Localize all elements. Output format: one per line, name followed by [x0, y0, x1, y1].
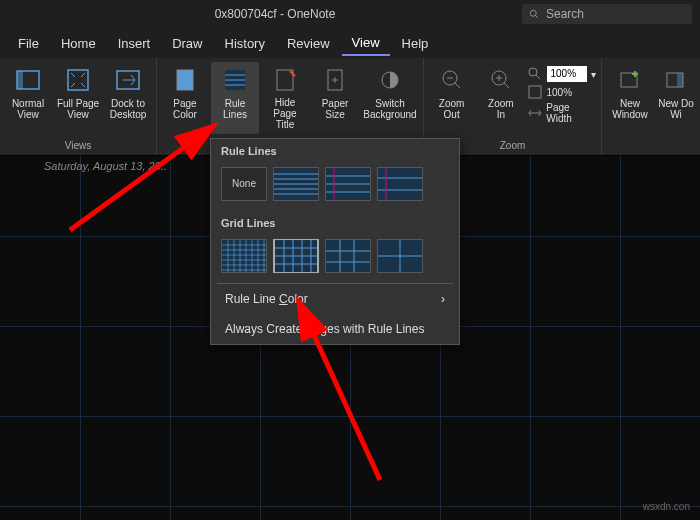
- grid-lines-section-label: Grid Lines: [211, 211, 459, 235]
- search-icon: [528, 8, 540, 20]
- dock-button[interactable]: Dock to Desktop: [104, 62, 152, 134]
- menubar: File Home Insert Draw History Review Vie…: [0, 28, 700, 58]
- grid-medium-swatch[interactable]: [273, 239, 319, 273]
- new-window-button[interactable]: New Window: [606, 62, 654, 134]
- ribbon-group-views: Normal View Full Page View Dock to Deskt…: [0, 58, 157, 155]
- new-window-icon: [616, 66, 644, 94]
- paper-size-button[interactable]: Paper Size: [311, 62, 359, 134]
- dock-icon: [114, 66, 142, 94]
- page-width-icon: [527, 105, 543, 121]
- svg-rect-34: [326, 240, 370, 272]
- svg-point-0: [530, 10, 536, 16]
- rule-line-color-item[interactable]: Rule Line Color ›: [211, 284, 459, 314]
- page-color-icon: [171, 66, 199, 94]
- rule-lines-icon: [221, 66, 249, 94]
- search-box[interactable]: Search: [522, 4, 692, 24]
- svg-rect-16: [677, 73, 683, 87]
- zoom-in-icon: [487, 66, 515, 94]
- tab-home[interactable]: Home: [51, 32, 106, 55]
- new-docked-icon: [662, 66, 690, 94]
- tab-file[interactable]: File: [8, 32, 49, 55]
- chevron-right-icon: ›: [441, 292, 445, 306]
- hide-title-button[interactable]: Hide Page Title: [261, 62, 309, 134]
- svg-rect-13: [529, 86, 541, 98]
- rule-lines-popup: Rule Lines None Grid Lines Rule Line Col…: [210, 138, 460, 345]
- rule-lines-button[interactable]: Rule Lines: [211, 62, 259, 134]
- chevron-down-icon[interactable]: ▾: [591, 69, 596, 80]
- hide-title-icon: [271, 66, 299, 93]
- tab-draw[interactable]: Draw: [162, 32, 212, 55]
- zoom-out-icon: [438, 66, 466, 94]
- paper-size-icon: [321, 66, 349, 94]
- zoom-percent-icon: [527, 66, 543, 82]
- grid-large-swatch[interactable]: [325, 239, 371, 273]
- rule-none-swatch[interactable]: None: [221, 167, 267, 201]
- tab-help[interactable]: Help: [392, 32, 439, 55]
- svg-point-12: [529, 68, 537, 76]
- normal-view-icon: [14, 66, 42, 94]
- page-date: Saturday, August 13, 20..: [44, 160, 167, 172]
- grid-xlarge-swatch[interactable]: [377, 239, 423, 273]
- rule-college-swatch[interactable]: [325, 167, 371, 201]
- rule-narrow-swatch[interactable]: [273, 167, 319, 201]
- tab-review[interactable]: Review: [277, 32, 340, 55]
- zoom-100-icon: [527, 84, 543, 100]
- tab-insert[interactable]: Insert: [108, 32, 161, 55]
- normal-view-button[interactable]: Normal View: [4, 62, 52, 134]
- page-color-button[interactable]: Page Color: [161, 62, 209, 134]
- rule-lines-section-label: Rule Lines: [211, 139, 459, 163]
- new-docked-button[interactable]: New Do Wi: [656, 62, 696, 134]
- page-width-button[interactable]: Page Width: [527, 102, 597, 124]
- switch-bg-icon: [376, 66, 404, 94]
- zoom-in-button[interactable]: Zoom In: [477, 62, 524, 134]
- tab-view[interactable]: View: [342, 31, 390, 56]
- fullpage-view-icon: [64, 66, 92, 94]
- switch-background-button[interactable]: Switch Background: [361, 62, 419, 134]
- grid-small-swatch[interactable]: [221, 239, 267, 273]
- zoom-100-button[interactable]: 100%: [527, 84, 597, 100]
- views-group-label: Views: [0, 138, 156, 153]
- zoom-out-button[interactable]: Zoom Out: [428, 62, 475, 134]
- svg-rect-28: [378, 168, 422, 200]
- fullpage-view-button[interactable]: Full Page View: [54, 62, 102, 134]
- zoom-percent-row[interactable]: 100% ▾: [527, 66, 597, 82]
- svg-rect-5: [177, 70, 193, 90]
- titlebar: 0x800704cf - OneNote Search: [0, 0, 700, 28]
- svg-rect-2: [17, 71, 23, 89]
- always-create-item[interactable]: Always Create Pages with Rule Lines: [211, 314, 459, 344]
- window-title: 0x800704cf - OneNote: [28, 7, 522, 21]
- rule-wide-swatch[interactable]: [377, 167, 423, 201]
- search-placeholder: Search: [546, 7, 584, 21]
- watermark: wsxdn.con: [643, 501, 690, 512]
- tab-history[interactable]: History: [215, 32, 275, 55]
